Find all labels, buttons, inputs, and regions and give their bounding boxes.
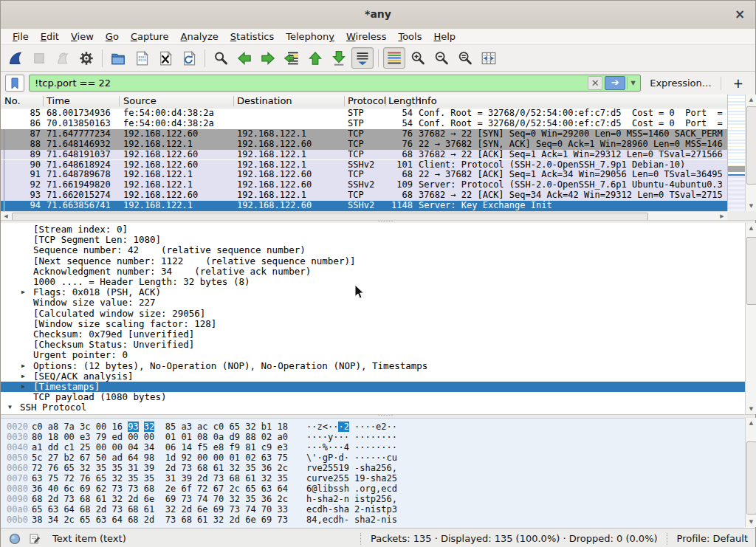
- packet-row-88[interactable]: 8871.648146932192.168.122.1192.168.122.6…: [1, 140, 727, 150]
- expand-icon[interactable]: ▶: [21, 382, 25, 392]
- hex-row-0080[interactable]: 008036 40 6c 69 62 73 73 68 2e 6f 72 67 …: [1, 484, 745, 494]
- column-separator[interactable]: [416, 96, 416, 106]
- packet-minimap-scrollbar[interactable]: [727, 94, 746, 211]
- packet-list-vscrollbar[interactable]: ▲ ▼: [745, 94, 756, 211]
- menu-statistics[interactable]: Statistics: [224, 29, 280, 44]
- capture-options-button[interactable]: [75, 47, 97, 69]
- detail-row[interactable]: 1000 .... = Header Length: 32 bytes (8): [1, 277, 745, 287]
- filter-apply-icon[interactable]: ➔: [605, 76, 625, 90]
- filter-bookmark-button[interactable]: [5, 75, 24, 92]
- scroll-up-icon[interactable]: ▲: [746, 418, 756, 428]
- column-separator[interactable]: [344, 96, 345, 106]
- close-window-button[interactable]: ×: [732, 7, 748, 23]
- expression-button[interactable]: Expression…: [645, 78, 716, 89]
- packet-list-scroll-thumb[interactable]: [746, 106, 756, 185]
- hex-row-0070[interactable]: 007063 75 72 76 65 32 35 35 31 39 2d 73 …: [1, 473, 745, 484]
- packet-row-93[interactable]: 9371.662015274192.168.122.60192.168.122.…: [1, 190, 727, 201]
- detail-row[interactable]: [TCP Segment Len: 1080]: [1, 235, 745, 245]
- open-file-button[interactable]: [107, 47, 129, 69]
- column-header-proto[interactable]: Protocol: [348, 95, 386, 106]
- details-vscrollbar[interactable]: ▲ ▼: [745, 223, 756, 414]
- column-header-time[interactable]: Time: [47, 95, 70, 106]
- menu-go[interactable]: Go: [100, 29, 125, 44]
- column-header-len[interactable]: Length: [388, 95, 422, 106]
- scroll-up-icon[interactable]: ▲: [746, 94, 756, 105]
- auto-scroll-button[interactable]: [351, 47, 374, 69]
- expand-icon[interactable]: ▶: [21, 371, 25, 382]
- menu-telephony[interactable]: Telephony: [280, 29, 340, 44]
- add-filter-button[interactable]: +: [726, 76, 751, 91]
- detail-row[interactable]: Checksum: 0x79ed [unverified]: [1, 329, 745, 340]
- zoom-in-button[interactable]: [407, 47, 429, 69]
- zoom-reset-button[interactable]: [454, 47, 476, 69]
- hex-row-0030[interactable]: 003080 18 00 e3 79 ed 00 00 01 01 08 0a …: [1, 432, 745, 442]
- detail-row[interactable]: [Calculated window size: 29056]: [1, 309, 745, 319]
- hex-row-0050[interactable]: 00505c 27 b2 67 50 ad 64 98 1d 92 00 00 …: [1, 453, 745, 463]
- packet-row-87[interactable]: 8771.647777234192.168.122.60192.168.122.…: [1, 129, 727, 140]
- collapse-icon[interactable]: ▼: [8, 402, 12, 413]
- menu-edit[interactable]: Edit: [35, 29, 65, 44]
- packet-row-89[interactable]: 8971.648191037192.168.122.60192.168.122.…: [1, 150, 727, 160]
- scroll-up-icon[interactable]: ▲: [746, 223, 756, 233]
- scroll-down-icon[interactable]: ▼: [746, 517, 756, 527]
- detail-row[interactable]: [Window size scaling factor: 128]: [1, 319, 745, 329]
- packet-row-94[interactable]: 9471.663856741192.168.122.1192.168.122.6…: [1, 201, 727, 211]
- column-separator[interactable]: [233, 96, 234, 106]
- start-capture-button[interactable]: [4, 47, 27, 69]
- detail-row[interactable]: TCP payload (1080 bytes): [1, 392, 745, 402]
- packet-row-92[interactable]: 9271.661949820192.168.122.1192.168.122.6…: [1, 180, 727, 190]
- expert-info-icon[interactable]: [8, 532, 21, 546]
- expand-icon[interactable]: ▶: [21, 361, 25, 371]
- display-filter-input[interactable]: !tcp.port == 22 ✕ ➔ ▼: [29, 75, 641, 92]
- bytes-vscrollbar[interactable]: ▲ ▼: [745, 418, 756, 527]
- column-header-no[interactable]: No.: [4, 95, 21, 106]
- go-first-button[interactable]: [304, 47, 326, 69]
- go-forward-button[interactable]: [257, 47, 279, 69]
- detail-row[interactable]: Acknowledgment number: 34 (relative ack …: [1, 266, 745, 277]
- reload-file-button[interactable]: [178, 47, 200, 69]
- scroll-down-icon[interactable]: ▼: [746, 404, 756, 414]
- column-header-dest[interactable]: Destination: [237, 95, 292, 106]
- filter-dropdown-icon[interactable]: ▼: [627, 77, 639, 89]
- close-file-button[interactable]: [154, 47, 176, 69]
- colorize-button[interactable]: [383, 47, 405, 69]
- detail-row[interactable]: Window size value: 227: [1, 297, 745, 308]
- menu-tools[interactable]: Tools: [392, 29, 427, 44]
- scroll-down-icon[interactable]: ▼: [746, 201, 756, 211]
- hex-row-00b0[interactable]: 00b038 34 2c 65 63 64 68 2d 73 68 61 32 …: [1, 515, 745, 525]
- bytes-scroll-thumb[interactable]: [746, 441, 756, 515]
- save-file-button[interactable]: 01010110: [131, 47, 153, 69]
- profile-indicator[interactable]: Profile: Default: [677, 533, 748, 544]
- menu-help[interactable]: Help: [427, 29, 461, 44]
- menu-analyze[interactable]: Analyze: [175, 29, 224, 44]
- hex-row-0090[interactable]: 009068 2d 73 68 61 32 2d 6e 69 73 74 70 …: [1, 494, 745, 504]
- packet-row-85[interactable]: 8568.001734936fe:54:00:d4:38:2aSTP54Conf…: [1, 109, 727, 119]
- detail-row[interactable]: ▼SSH Protocol: [1, 402, 745, 413]
- menu-file[interactable]: File: [7, 29, 35, 44]
- capture-comment-icon[interactable]: [28, 532, 41, 546]
- go-to-packet-button[interactable]: [281, 47, 303, 69]
- hex-row-0020[interactable]: 0020c0 a8 7a 3c 00 16 93 32 85 a3 ac c0 …: [1, 422, 745, 432]
- expand-icon[interactable]: ▶: [21, 287, 25, 297]
- column-header-info[interactable]: Info: [419, 95, 437, 106]
- zoom-out-button[interactable]: [430, 47, 453, 69]
- packet-row-86[interactable]: 8670.013850163fe:54:00:d4:38:2aSTP54Conf…: [1, 119, 727, 129]
- detail-row[interactable]: [Stream index: 0]: [1, 224, 745, 235]
- menu-capture[interactable]: Capture: [125, 29, 175, 44]
- details-scroll-thumb[interactable]: [746, 237, 756, 305]
- column-separator[interactable]: [385, 96, 386, 106]
- detail-row[interactable]: ▶Options: (12 bytes), No-Operation (NOP)…: [1, 361, 745, 371]
- detail-row[interactable]: ▶Flags: 0x018 (PSH, ACK): [1, 287, 745, 297]
- column-separator[interactable]: [119, 96, 120, 106]
- hex-row-0060[interactable]: 006072 76 65 32 35 35 31 39 2d 73 68 61 …: [1, 463, 745, 473]
- detail-row[interactable]: [Next sequence number: 1122 (relative se…: [1, 256, 745, 266]
- resize-columns-button[interactable]: [478, 47, 500, 69]
- detail-row[interactable]: [Checksum Status: Unverified]: [1, 340, 745, 350]
- hex-row-00a0[interactable]: 00a065 63 64 68 2d 73 68 61 32 2d 6e 69 …: [1, 504, 745, 515]
- menu-wireless[interactable]: Wireless: [340, 29, 392, 44]
- detail-row[interactable]: ▶[Timestamps]: [1, 382, 745, 392]
- menu-view[interactable]: View: [65, 29, 100, 44]
- detail-row[interactable]: Sequence number: 42 (relative sequence n…: [1, 245, 745, 255]
- go-last-button[interactable]: [328, 47, 350, 69]
- column-separator[interactable]: [43, 96, 44, 106]
